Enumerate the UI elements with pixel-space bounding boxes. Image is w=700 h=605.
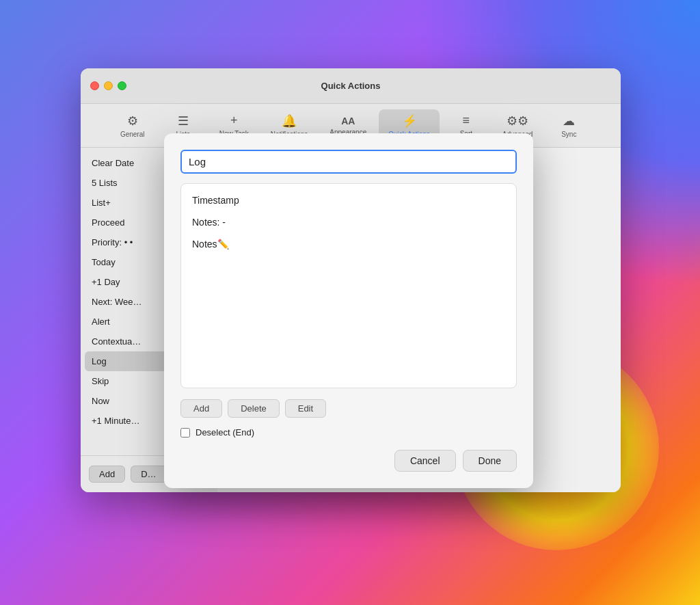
deselect-end-label: Deselect (End) [196, 427, 254, 438]
general-icon: ⚙ [127, 113, 138, 129]
modal-add-button[interactable]: Add [180, 399, 222, 418]
done-button[interactable]: Done [463, 450, 517, 472]
modal-action-buttons: Add Delete Edit [180, 399, 517, 418]
modal-name-input[interactable] [180, 150, 517, 174]
sidebar-add-button[interactable]: Add [89, 466, 125, 483]
toolbar-sync-label: Sync [561, 131, 576, 138]
toolbar-general[interactable]: ⚙ General [109, 109, 157, 142]
deselect-end-row: Deselect (End) [180, 427, 517, 438]
list-item-notes-pencil[interactable]: Notes✏️ [181, 233, 516, 255]
appearance-icon: AA [341, 116, 355, 126]
modal-edit-button[interactable]: Edit [285, 399, 326, 418]
modal-delete-button[interactable]: Delete [228, 399, 280, 418]
close-button[interactable] [90, 81, 99, 90]
advanced-icon: ⚙⚙ [507, 113, 528, 129]
window-title: Quick Actions [321, 81, 381, 91]
sync-icon: ☁ [563, 113, 575, 129]
quick-actions-icon: ⚡ [402, 113, 417, 129]
deselect-end-checkbox[interactable] [180, 428, 190, 438]
sort-icon: ≡ [463, 113, 470, 128]
modal-dialog: Timestamp Notes: - Notes✏️ Add Delete Ed… [164, 133, 533, 488]
list-item-notes-dash[interactable]: Notes: - [181, 211, 516, 233]
cancel-button[interactable]: Cancel [394, 450, 456, 472]
modal-footer: Cancel Done [180, 450, 517, 472]
title-bar: Quick Actions [81, 68, 621, 104]
toolbar-general-label: General [120, 131, 145, 138]
notifications-icon: 🔔 [282, 113, 297, 129]
sidebar-delete-button[interactable]: D… [131, 466, 166, 483]
minimize-button[interactable] [104, 81, 113, 90]
toolbar-sync[interactable]: ☁ Sync [545, 109, 593, 142]
traffic-lights [90, 81, 126, 90]
lists-icon: ☰ [178, 113, 189, 129]
new-task-icon: + [230, 113, 238, 128]
modal-actions-list: Timestamp Notes: - Notes✏️ [180, 183, 517, 388]
list-item-timestamp[interactable]: Timestamp [181, 189, 516, 211]
maximize-button[interactable] [118, 81, 126, 90]
